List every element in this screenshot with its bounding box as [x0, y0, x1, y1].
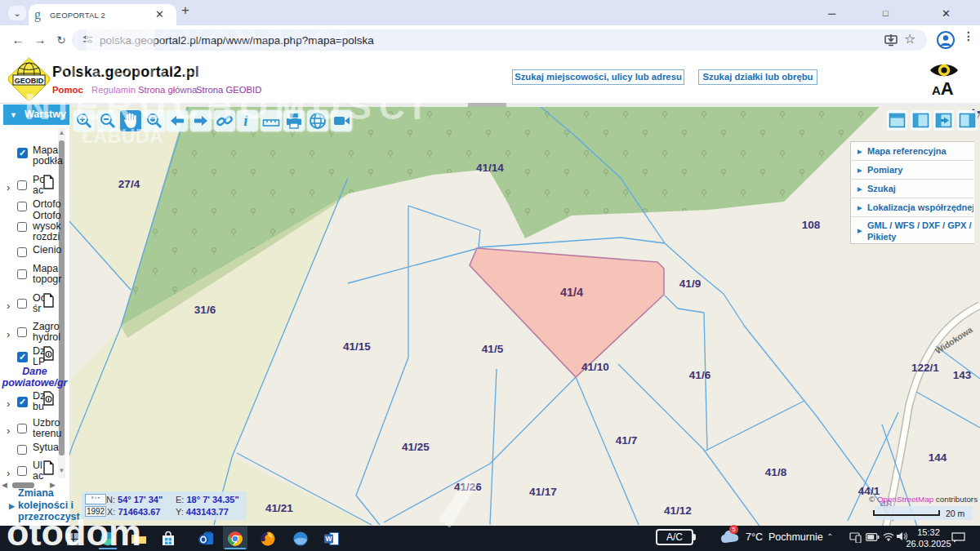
svg-text:122/1: 122/1 — [911, 362, 939, 374]
svg-text:W: W — [325, 535, 332, 543]
svg-text:41/12: 41/12 — [664, 504, 692, 517]
svg-text:31/6: 31/6 — [194, 304, 216, 316]
svg-text:41/21: 41/21 — [265, 502, 293, 514]
svg-text:144: 144 — [929, 451, 947, 464]
svg-text:41/15: 41/15 — [343, 340, 371, 353]
svg-text:41/25: 41/25 — [402, 441, 430, 453]
svg-text:41/10: 41/10 — [581, 361, 609, 373]
svg-text:108: 108 — [802, 219, 821, 231]
svg-text:20 m: 20 m — [946, 509, 965, 518]
svg-text:41/4: 41/4 — [560, 286, 583, 299]
svg-text:41/8: 41/8 — [765, 466, 787, 478]
svg-text:© OpenStreetMap contributors: © OpenStreetMap contributors — [869, 495, 978, 504]
svg-text:GEOBID: GEOBID — [15, 77, 44, 85]
svg-text:41/6: 41/6 — [689, 369, 711, 381]
svg-text:41/5: 41/5 — [482, 343, 504, 355]
svg-text:143: 143 — [953, 369, 972, 381]
svg-text:41/9: 41/9 — [679, 278, 701, 290]
svg-text:41/17: 41/17 — [529, 486, 557, 498]
svg-text:41/14: 41/14 — [476, 162, 504, 174]
svg-text:27/4: 27/4 — [118, 178, 140, 190]
svg-text:41/7: 41/7 — [616, 434, 637, 447]
